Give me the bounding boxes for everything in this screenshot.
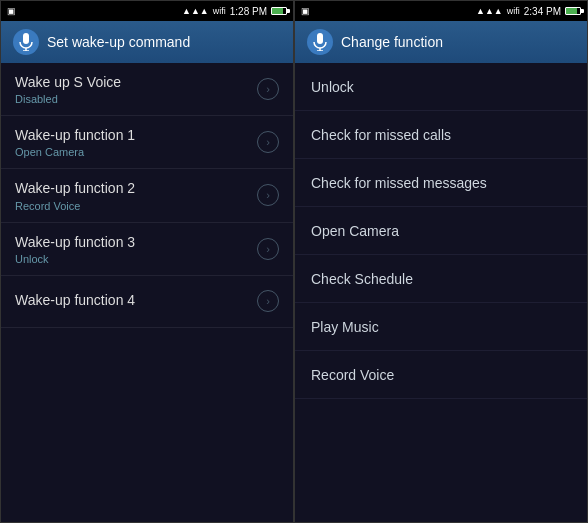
right-item-label: Record Voice	[311, 367, 394, 383]
chevron-icon[interactable]: ›	[257, 184, 279, 206]
right-time: 2:34 PM	[524, 6, 561, 17]
list-item[interactable]: Wake-up function 2 Record Voice ›	[1, 169, 293, 222]
left-header-title: Set wake-up command	[47, 34, 190, 50]
list-item[interactable]: Wake up S Voice Disabled ›	[1, 63, 293, 116]
right-status-left: ▣	[301, 6, 472, 16]
item-title: Wake-up function 2	[15, 179, 257, 197]
right-item-label: Open Camera	[311, 223, 399, 239]
right-panel-content: Unlock Check for missed calls Check for …	[295, 63, 587, 522]
item-subtitle: Unlock	[15, 253, 257, 265]
left-time: 1:28 PM	[230, 6, 267, 17]
left-battery-icon	[271, 7, 287, 15]
left-panel-content: Wake up S Voice Disabled › Wake-up funct…	[1, 63, 293, 522]
right-mic-icon	[307, 29, 333, 55]
right-header: Change function	[295, 21, 587, 63]
right-notification-icons: ▣	[301, 6, 310, 16]
right-item-label: Play Music	[311, 319, 379, 335]
left-panel: ▣ ▲▲▲ wifi 1:28 PM Set wake-up command W…	[0, 0, 294, 523]
right-list-item-check-schedule[interactable]: Check Schedule	[295, 255, 587, 303]
list-item[interactable]: Wake-up function 1 Open Camera ›	[1, 116, 293, 169]
right-header-title: Change function	[341, 34, 443, 50]
right-battery-icon	[565, 7, 581, 15]
right-list-item-record-voice[interactable]: Record Voice	[295, 351, 587, 399]
left-status-bar: ▣ ▲▲▲ wifi 1:28 PM	[1, 1, 293, 21]
right-item-label: Unlock	[311, 79, 354, 95]
list-item-text: Wake-up function 2 Record Voice	[15, 179, 257, 211]
chevron-icon[interactable]: ›	[257, 78, 279, 100]
right-item-label: Check Schedule	[311, 271, 413, 287]
left-signal-icon: ▲▲▲	[182, 6, 209, 16]
right-list-item-unlock[interactable]: Unlock	[295, 63, 587, 111]
list-item-text: Wake up S Voice Disabled	[15, 73, 257, 105]
mic-svg	[19, 33, 33, 51]
chevron-icon[interactable]: ›	[257, 131, 279, 153]
left-header: Set wake-up command	[1, 21, 293, 63]
list-item[interactable]: Wake-up function 4 ›	[1, 276, 293, 328]
list-item-text: Wake-up function 1 Open Camera	[15, 126, 257, 158]
item-subtitle: Record Voice	[15, 200, 257, 212]
right-list-item-missed-calls[interactable]: Check for missed calls	[295, 111, 587, 159]
svg-rect-0	[23, 33, 29, 44]
item-subtitle: Open Camera	[15, 146, 257, 158]
right-list-item-open-camera[interactable]: Open Camera	[295, 207, 587, 255]
item-title: Wake-up function 4	[15, 291, 257, 309]
right-item-label: Check for missed calls	[311, 127, 451, 143]
list-item-text: Wake-up function 4	[15, 291, 257, 311]
list-item-text: Wake-up function 3 Unlock	[15, 233, 257, 265]
item-title: Wake-up function 1	[15, 126, 257, 144]
mic-svg-right	[313, 33, 327, 51]
item-subtitle: Disabled	[15, 93, 257, 105]
list-item[interactable]: Wake-up function 3 Unlock ›	[1, 223, 293, 276]
right-status-bar: ▣ ▲▲▲ wifi 2:34 PM	[295, 1, 587, 21]
right-wifi-icon: wifi	[507, 6, 520, 16]
right-item-label: Check for missed messages	[311, 175, 487, 191]
left-mic-icon	[13, 29, 39, 55]
left-status-left: ▣	[7, 6, 178, 16]
right-list-item-missed-messages[interactable]: Check for missed messages	[295, 159, 587, 207]
chevron-icon[interactable]: ›	[257, 238, 279, 260]
item-title: Wake up S Voice	[15, 73, 257, 91]
right-signal-icon: ▲▲▲	[476, 6, 503, 16]
chevron-icon[interactable]: ›	[257, 290, 279, 312]
left-wifi-icon: wifi	[213, 6, 226, 16]
right-panel: ▣ ▲▲▲ wifi 2:34 PM Change function Unloc…	[294, 0, 588, 523]
svg-rect-3	[317, 33, 323, 44]
notification-icons: ▣	[7, 6, 16, 16]
item-title: Wake-up function 3	[15, 233, 257, 251]
right-list-item-play-music[interactable]: Play Music	[295, 303, 587, 351]
